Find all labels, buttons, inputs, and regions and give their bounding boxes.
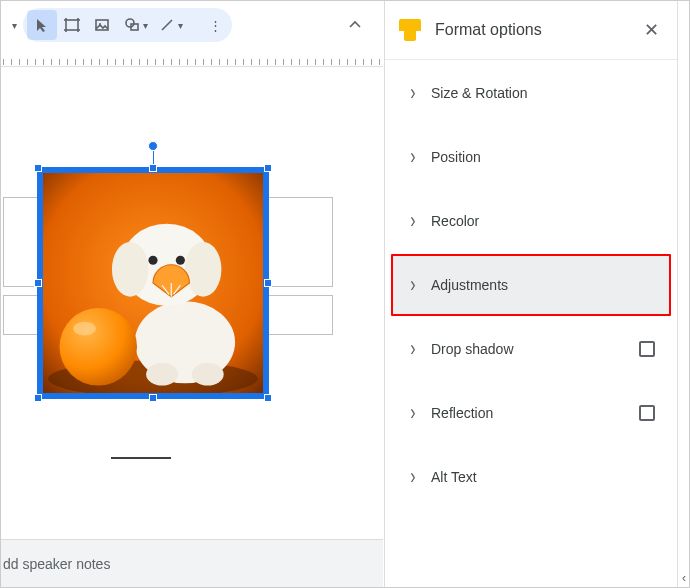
svg-point-9	[192, 363, 224, 386]
svg-point-19	[60, 308, 138, 386]
image-tool[interactable]	[87, 10, 117, 40]
speaker-notes-placeholder: dd speaker notes	[3, 556, 110, 572]
panel-row-recolor[interactable]: ›Recolor	[391, 190, 671, 252]
panel-row-label: Adjustments	[431, 277, 655, 293]
svg-rect-1	[96, 20, 108, 30]
more-menu[interactable]: ⋮	[202, 18, 228, 33]
svg-point-14	[176, 256, 185, 265]
svg-point-12	[185, 242, 221, 297]
rotation-handle[interactable]	[148, 141, 158, 151]
resize-handle-tl[interactable]	[34, 164, 42, 172]
format-icon	[399, 19, 421, 41]
panel-row-label: Position	[431, 149, 655, 165]
expand-rail-button[interactable]: ‹	[678, 571, 690, 585]
textbox-tool[interactable]	[57, 10, 87, 40]
dropdown-caret[interactable]: ▾	[9, 20, 19, 31]
panel-header: Format options ✕	[385, 1, 677, 60]
line-dropdown[interactable]: ▾	[178, 20, 183, 31]
panel-row-adjustments[interactable]: ›Adjustments	[391, 254, 671, 316]
image-content	[39, 169, 267, 397]
svg-point-20	[73, 322, 96, 336]
speaker-notes-bar[interactable]: dd speaker notes	[1, 539, 383, 587]
image-icon	[94, 17, 110, 33]
resize-handle-b[interactable]	[149, 394, 157, 402]
dog-orange-illustration	[39, 169, 267, 397]
line-icon	[159, 17, 175, 33]
shape-dropdown[interactable]: ▾	[143, 20, 148, 31]
chevron-right-icon: ›	[399, 272, 427, 297]
panel-row-alt_text[interactable]: ›Alt Text	[391, 446, 671, 508]
select-tool[interactable]	[27, 10, 57, 40]
selected-image[interactable]	[37, 167, 269, 399]
drop_shadow-checkbox[interactable]	[639, 341, 655, 357]
panel-row-label: Recolor	[431, 213, 655, 229]
editor-main-area: ▾ ▾ ▾ ⋮	[1, 1, 383, 587]
chevron-up-icon	[348, 18, 362, 32]
chevron-right-icon: ›	[399, 400, 427, 425]
horizontal-ruler[interactable]	[1, 49, 383, 67]
cursor-icon	[34, 17, 50, 33]
chevron-right-icon: ›	[399, 144, 427, 169]
toolbar-pill: ▾ ▾ ⋮	[23, 8, 232, 42]
shape-icon	[124, 17, 140, 33]
chevron-left-icon: ‹	[682, 571, 686, 585]
panel-row-reflection[interactable]: ›Reflection	[391, 382, 671, 444]
textbox-icon	[63, 16, 81, 34]
panel-title: Format options	[435, 21, 640, 39]
panel-row-label: Size & Rotation	[431, 85, 655, 101]
panel-row-drop_shadow[interactable]: ›Drop shadow	[391, 318, 671, 380]
collapse-toolbar[interactable]	[341, 11, 369, 39]
chevron-right-icon: ›	[399, 80, 427, 105]
svg-rect-0	[66, 20, 78, 30]
page-indicator-line	[111, 457, 171, 459]
panel-row-label: Alt Text	[431, 469, 655, 485]
panel-row-label: Reflection	[431, 405, 639, 421]
resize-handle-t[interactable]	[149, 164, 157, 172]
chevron-right-icon: ›	[399, 464, 427, 489]
chevron-right-icon: ›	[399, 208, 427, 233]
reflection-checkbox[interactable]	[639, 405, 655, 421]
toolbar: ▾ ▾ ▾ ⋮	[1, 1, 383, 47]
panel-rows: ›Size & Rotation›Position›Recolor›Adjust…	[385, 60, 677, 587]
close-panel-button[interactable]: ✕	[640, 15, 663, 45]
format-options-panel: Format options ✕ ›Size & Rotation›Positi…	[384, 1, 677, 587]
panel-row-size_rotation[interactable]: ›Size & Rotation	[391, 62, 671, 124]
panel-row-position[interactable]: ›Position	[391, 126, 671, 188]
svg-point-3	[126, 19, 134, 27]
resize-handle-tr[interactable]	[264, 164, 272, 172]
close-icon: ✕	[644, 20, 659, 40]
svg-point-8	[146, 363, 178, 386]
panel-row-label: Drop shadow	[431, 341, 639, 357]
resize-handle-br[interactable]	[264, 394, 272, 402]
resize-handle-l[interactable]	[34, 279, 42, 287]
svg-point-11	[112, 242, 148, 297]
svg-point-13	[148, 256, 157, 265]
resize-handle-r[interactable]	[264, 279, 272, 287]
chevron-right-icon: ›	[399, 336, 427, 361]
separator	[191, 14, 192, 36]
side-rail: ‹	[677, 1, 689, 587]
slide-canvas[interactable]	[1, 67, 383, 539]
resize-handle-bl[interactable]	[34, 394, 42, 402]
